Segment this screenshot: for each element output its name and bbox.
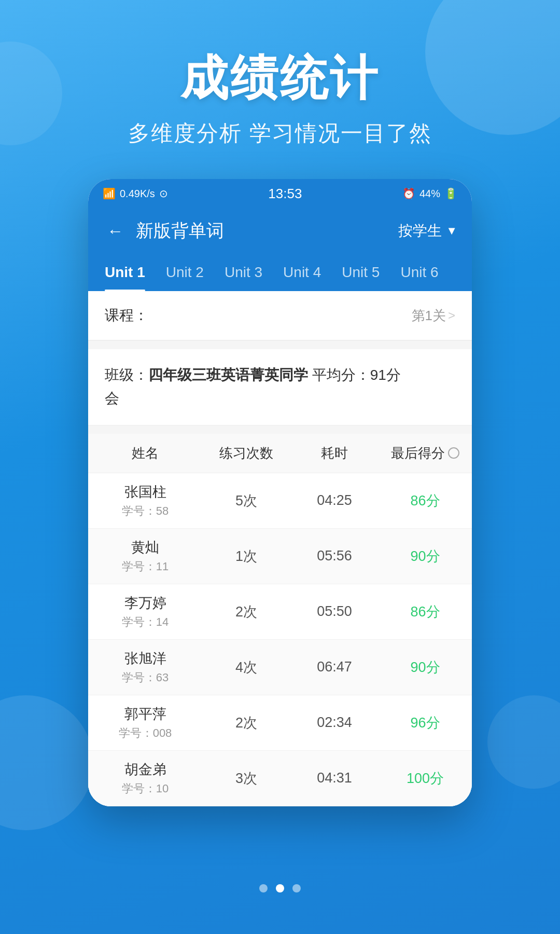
signal-icon: 📶: [103, 187, 116, 200]
student-name: 李万婷: [88, 594, 202, 612]
student-name-col: 李万婷 学号：14: [88, 594, 202, 630]
score-table: 姓名 练习次数 耗时 最后得分 张国柱 学号：58 5次 04:25: [88, 434, 472, 806]
time-spent: 06:47: [290, 659, 379, 675]
pagination-dots: [0, 884, 560, 892]
phone-mockup: 📶 0.49K/s ⊙ 13:53 ⏰ 44% 🔋 ← 新版背单词 按学生 ▼ …: [88, 179, 472, 806]
time-spent: 05:50: [290, 603, 379, 620]
student-name: 张旭洋: [88, 649, 202, 668]
student-id: 学号：58: [88, 503, 202, 519]
table-row: 黄灿 学号：11 1次 05:56 90分: [88, 529, 472, 584]
time-spent: 04:25: [290, 492, 379, 509]
tab-unit6[interactable]: Unit 6: [390, 254, 449, 291]
course-label: 课程：: [105, 306, 148, 325]
th-practice: 练习次数: [202, 444, 290, 462]
student-id: 学号：008: [88, 725, 202, 741]
student-name-col: 张国柱 学号：58: [88, 483, 202, 519]
th-score: 最后得分: [379, 444, 472, 462]
table-row: 郭平萍 学号：008 2次 02:34 96分: [88, 695, 472, 751]
tab-unit4[interactable]: Unit 4: [273, 254, 331, 291]
nav-filter[interactable]: 按学生 ▼: [398, 221, 457, 241]
table-row: 胡金弟 学号：10 3次 04:31 100分: [88, 751, 472, 806]
th-score-label: 最后得分: [391, 444, 445, 462]
student-name-col: 胡金弟 学号：10: [88, 760, 202, 796]
tab-unit5[interactable]: Unit 5: [331, 254, 390, 291]
alarm-icon: ⏰: [402, 187, 415, 200]
practice-count: 2次: [202, 713, 290, 732]
time-spent: 02:34: [290, 715, 379, 731]
status-speed: 0.49K/s: [120, 188, 155, 200]
student-id: 学号：14: [88, 614, 202, 630]
last-score: 86分: [379, 602, 472, 621]
table-row: 李万婷 学号：14 2次 05:50 86分: [88, 584, 472, 640]
avg-score: 平均分：91分: [308, 367, 401, 383]
status-bar: 📶 0.49K/s ⊙ 13:53 ⏰ 44% 🔋: [88, 179, 472, 208]
table-row: 张旭洋 学号：63 4次 06:47 90分: [88, 640, 472, 695]
dot-2[interactable]: [276, 884, 284, 892]
student-name-col: 郭平萍 学号：008: [88, 705, 202, 741]
status-left: 📶 0.49K/s ⊙: [103, 187, 168, 200]
time-spent: 04:31: [290, 770, 379, 786]
content-area: 课程： 第1关 > 班级：四年级三班英语菁英同学 平均分：91分会 姓名: [88, 291, 472, 806]
course-row: 课程： 第1关 >: [88, 291, 472, 340]
course-nav-text: 第1关: [412, 307, 446, 325]
student-id: 学号：10: [88, 781, 202, 796]
nav-title: 新版背单词: [136, 219, 398, 243]
tab-bar: Unit 1 Unit 2 Unit 3 Unit 4 Unit 5 Unit …: [88, 254, 472, 291]
status-time: 13:53: [268, 186, 302, 202]
dropdown-icon: ▼: [446, 224, 457, 238]
practice-count: 1次: [202, 547, 290, 566]
battery-icon: 🔋: [444, 187, 457, 200]
page-title: 成绩统计: [0, 52, 560, 104]
student-name: 黄灿: [88, 538, 202, 557]
dot-3[interactable]: [292, 884, 301, 892]
score-circle-icon: [448, 447, 459, 459]
last-score: 90分: [379, 658, 472, 677]
last-score: 100分: [379, 769, 472, 788]
student-name: 胡金弟: [88, 760, 202, 779]
student-name-col: 黄灿 学号：11: [88, 538, 202, 574]
phone-container: 📶 0.49K/s ⊙ 13:53 ⏰ 44% 🔋 ← 新版背单词 按学生 ▼ …: [0, 179, 560, 806]
student-name: 张国柱: [88, 483, 202, 501]
th-name: 姓名: [88, 444, 202, 462]
table-row: 张国柱 学号：58 5次 04:25 86分: [88, 473, 472, 529]
class-info-text: 班级：四年级三班英语菁英同学 平均分：91分会: [105, 364, 455, 410]
class-name: 四年级三班英语菁英同学: [148, 367, 308, 383]
practice-count: 2次: [202, 602, 290, 621]
practice-count: 5次: [202, 491, 290, 510]
class-info: 班级：四年级三班英语菁英同学 平均分：91分会: [88, 349, 472, 425]
nav-bar: ← 新版背单词 按学生 ▼: [88, 208, 472, 254]
class-suffix: 会: [105, 390, 119, 406]
last-score: 90分: [379, 547, 472, 566]
student-id: 学号：63: [88, 670, 202, 685]
student-name-col: 张旭洋 学号：63: [88, 649, 202, 685]
course-nav-arrow: >: [448, 308, 455, 323]
back-button[interactable]: ←: [103, 217, 128, 245]
tab-unit1[interactable]: Unit 1: [94, 254, 156, 291]
divider: [88, 340, 472, 341]
last-score: 86分: [379, 491, 472, 510]
practice-count: 4次: [202, 658, 290, 677]
th-time: 耗时: [290, 444, 379, 462]
table-header: 姓名 练习次数 耗时 最后得分: [88, 434, 472, 473]
time-spent: 05:56: [290, 548, 379, 564]
dot-1[interactable]: [259, 884, 268, 892]
page-subtitle: 多维度分析 学习情况一目了然: [0, 119, 560, 148]
wifi-icon: ⊙: [159, 187, 168, 200]
class-prefix: 班级：: [105, 367, 148, 383]
practice-count: 3次: [202, 769, 290, 788]
filter-label: 按学生: [398, 221, 442, 241]
student-name: 郭平萍: [88, 705, 202, 723]
battery-status: 44%: [419, 188, 440, 200]
course-nav[interactable]: 第1关 >: [412, 307, 455, 325]
tab-unit3[interactable]: Unit 3: [214, 254, 273, 291]
last-score: 96分: [379, 713, 472, 732]
tab-unit2[interactable]: Unit 2: [156, 254, 214, 291]
header-area: 成绩统计 多维度分析 学习情况一目了然: [0, 0, 560, 179]
status-right: ⏰ 44% 🔋: [402, 187, 457, 200]
student-id: 学号：11: [88, 559, 202, 574]
